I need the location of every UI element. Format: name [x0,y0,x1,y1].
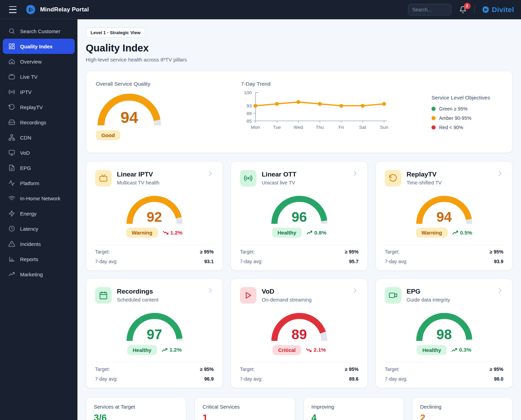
divider [385,362,503,362]
target-value: ≥ 95% [345,366,359,372]
divider [95,362,214,362]
sidebar-item-vod[interactable]: VoD [0,145,77,160]
menu-button[interactable] [9,6,18,13]
svg-text:Sat: Sat [359,125,366,130]
pillar-gauge: 97 [125,312,184,342]
file-text-icon [8,164,15,171]
sidebar-item-label: Incidents [20,241,41,247]
sidebar-item-label: CDN [20,135,31,141]
sidebar-item-overview[interactable]: Overview [0,54,77,69]
pillar-card-replaytv[interactable]: ReplayTV Time-shifted TV 94 Warning 0.5%… [375,161,513,271]
pillar-trend: 1.2% [163,230,183,236]
notifications-button[interactable]: 2 [458,5,467,14]
sidebar-item-label: Live TV [20,74,38,80]
pillar-title: Linear IPTV [117,171,159,178]
sidebar-item-label: Latency [20,226,38,232]
sidebar-item-quality-index[interactable]: Quality Index [3,39,75,54]
level-badge: Level 1 - Strategic View [86,28,145,38]
svg-text:Mon: Mon [251,125,260,130]
summary-value: 1 [203,413,287,420]
summary-label: Critical Services [203,404,287,410]
trend-up-icon [452,348,457,352]
overall-gauge-label: Overall Service Quality [96,81,186,87]
avg-label: 7-day avg: [95,376,118,382]
sidebar-item-cdn[interactable]: CDN [0,130,77,145]
overall-quality-gauge: 94 [96,93,162,127]
chevron-right-icon[interactable] [352,287,359,294]
sidebar-item-latency[interactable]: Latency [0,221,77,236]
summary-card-declining: Declining 2 [412,397,513,420]
sidebar-item-marketing[interactable]: Marketing [0,267,77,282]
svg-text:Wed: Wed [294,125,303,130]
trend-down-icon [163,230,168,235]
sidebar-item-incidents[interactable]: Incidents [0,236,77,251]
chevron-right-icon[interactable] [496,170,503,177]
summary-label: Declining [420,404,505,410]
search-input[interactable] [408,4,452,16]
avg-value: 89.6 [349,376,359,382]
divider [240,245,359,245]
pillar-icon-tile [385,170,401,187]
sidebar-item-reports[interactable]: Reports [0,251,77,267]
sidebar-item-label: IPTV [20,89,31,95]
pillar-icon-tile [95,170,112,187]
trend-up-icon [162,348,167,352]
pillar-card-vod[interactable]: VoD On-demand streaming 89 Critical 2.1%… [231,278,368,388]
sidebar-item-label: Reports [20,256,38,262]
pillar-trend: 2.1% [306,347,326,353]
pillar-card-linear-ott[interactable]: Linear OTT Unicast live TV 96 Healthy 0.… [231,161,368,271]
pillar-icon-tile [385,287,401,304]
sidebar-item-live-tv[interactable]: Live TV [0,69,77,84]
pillar-gauge: 94 [415,195,473,225]
summary-value: 3/6 [94,413,178,420]
pillar-card-epg[interactable]: EPG Guide data integrity 98 Healthy 0.3%… [375,278,513,388]
sidebar-item-replaytv[interactable]: ReplayTV [0,99,77,115]
pillar-title: Recordings [117,288,158,295]
pillar-subtitle: Scheduled content [117,297,158,303]
trend-up-icon [453,230,458,235]
svg-text:Fri: Fri [338,125,344,130]
topbar: MindRelay Portal 2 Divitel [0,0,521,19]
broadcast-icon [244,174,253,183]
chevron-right-icon[interactable] [352,170,359,177]
trend-chart: 858993100MonTueWedThuFriSatSun [233,88,392,133]
chevron-right-icon[interactable] [496,287,503,294]
overall-gauge-block: Overall Service Quality 94 Good [96,81,186,143]
sidebar-item-in-home-network[interactable]: In-Home Network [0,191,77,206]
pillar-gauge: 89 [270,312,328,342]
sidebar-item-search-customer[interactable]: Search Customer [0,23,77,39]
network-icon [8,134,15,141]
svg-text:100: 100 [244,90,252,95]
sidebar-item-platform[interactable]: Platform [0,175,77,191]
avg-label: 7-day avg: [95,259,118,264]
pillar-grid: Linear IPTV Multicast TV health 92 Warni… [86,161,513,388]
legend-dot-icon [431,125,436,130]
activity-icon [8,180,15,187]
avg-value: 96.9 [204,376,214,382]
summary-value: 2 [420,413,505,420]
avg-label: 7-day avg: [240,376,262,382]
trend-chart-block: 7-Day Trend 858993100MonTueWedThuFriSatS… [186,81,431,143]
sidebar-item-label: Recordings [20,120,46,125]
pillar-icon-tile [240,287,257,304]
target-value: ≥ 95% [490,366,503,372]
slo-legend: Service Level Objectives Green ≥ 95%Ambe… [431,81,503,143]
pillar-card-recordings[interactable]: Recordings Scheduled content 97 Healthy … [86,278,223,388]
sidebar-item-iptv[interactable]: IPTV [0,84,77,99]
avg-value: 95.7 [349,259,359,264]
sidebar-item-label: Marketing [20,271,43,277]
sidebar-item-energy[interactable]: Energy [0,206,77,221]
pillar-card-linear-iptv[interactable]: Linear IPTV Multicast TV health 92 Warni… [86,161,223,271]
pillar-subtitle: On-demand streaming [262,297,311,303]
main-content: Level 1 - Strategic View Quality Index H… [77,19,521,420]
trend-value: 0.8% [314,230,326,236]
replay-icon [389,174,398,183]
sidebar-item-label: Quality Index [20,44,53,49]
sidebar-item-recordings[interactable]: Recordings [0,115,77,130]
chevron-right-icon[interactable] [207,170,214,177]
trend-value: 0.3% [459,347,471,353]
pillar-trend: 1.2% [162,347,182,353]
overall-quality-card: Overall Service Quality 94 Good 7-Day Tr… [86,71,513,153]
sidebar-item-epg[interactable]: EPG [0,160,77,175]
chevron-right-icon[interactable] [207,287,214,294]
